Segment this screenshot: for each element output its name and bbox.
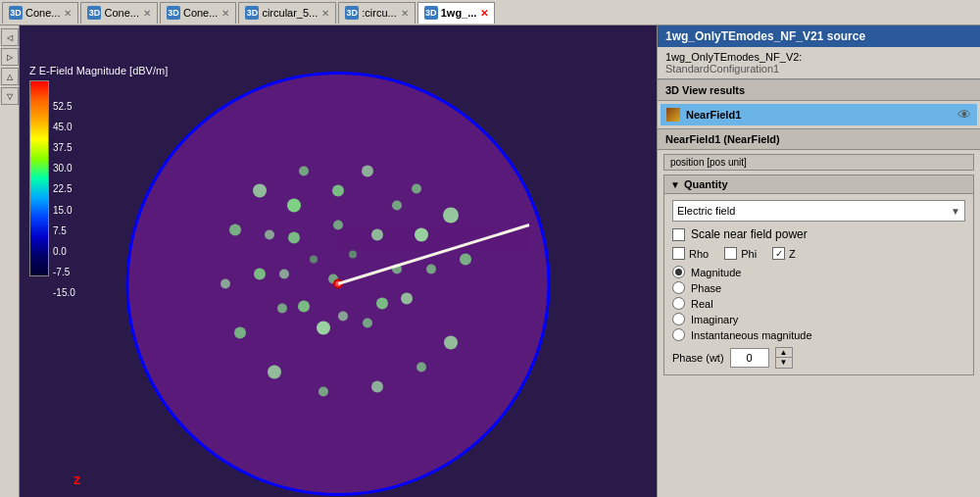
svg-point-26 [268, 365, 281, 378]
instantaneous-radio-label: Instantaneous magnitude [691, 329, 812, 341]
svg-point-25 [318, 386, 328, 396]
tab-close-1[interactable]: ✕ [64, 8, 72, 19]
phase-radio-item: Phase [672, 281, 965, 294]
quantity-header[interactable]: ▼ Quantity [664, 175, 973, 194]
phi-item: Phi [724, 247, 757, 260]
real-radio-item: Real [672, 297, 965, 310]
svg-point-22 [444, 335, 458, 349]
svg-point-20 [443, 207, 459, 223]
tab-close-5[interactable]: ✕ [401, 8, 409, 19]
scale-nearfield-label: Scale near field power [691, 227, 808, 241]
right-panel-title: 1wg_OnlyTEmodes_NF_V21 source [658, 25, 980, 47]
colorbar-label-1: 45.0 [53, 123, 75, 132]
toolbar-btn-1[interactable]: ◁ [1, 28, 19, 46]
phase-radio-label: Phase [691, 282, 721, 294]
phase-radio[interactable] [672, 281, 685, 294]
tab-cone3[interactable]: 3D Cone... ✕ [160, 2, 236, 24]
magnitude-radio-item: Magnitude [672, 266, 965, 278]
component-checkboxes: Rho Phi Z [672, 247, 965, 260]
view-results-header: 3D View results [658, 79, 980, 101]
svg-point-13 [371, 228, 383, 240]
svg-point-24 [371, 380, 383, 392]
phase-wt-row: Phase (wt) ▲ ▼ [672, 347, 965, 369]
config-name: StandardConfiguration1 [665, 63, 972, 75]
toolbar-btn-2[interactable]: ▷ [1, 48, 19, 66]
toolbar-btn-4[interactable]: ▽ [1, 87, 19, 105]
rho-item: Rho [672, 247, 709, 260]
svg-point-34 [310, 255, 318, 263]
visibility-icon[interactable]: 👁 [957, 107, 971, 123]
tab-label-1: Cone... [25, 7, 60, 19]
real-radio[interactable] [672, 297, 685, 310]
colorbar-label-0: 52.5 [53, 102, 75, 112]
colorbar-label-4: 22.5 [53, 184, 75, 194]
scale-nearfield-checkbox[interactable] [672, 228, 685, 241]
svg-point-32 [362, 165, 373, 176]
left-toolbar: ◁ ▷ △ ▽ [0, 25, 20, 497]
phase-wt-spinner: ▲ ▼ [775, 347, 793, 369]
z-axis-label: z [74, 472, 80, 487]
phase-wt-down[interactable]: ▼ [776, 358, 792, 368]
svg-point-28 [220, 278, 230, 288]
magnitude-radio[interactable] [672, 266, 685, 278]
tab-cone2[interactable]: 3D Cone... ✕ [80, 2, 157, 24]
svg-point-9 [254, 268, 266, 279]
tab-circu[interactable]: 3D :circu... ✕ [338, 2, 415, 24]
position-bar: position [pos unit] [663, 154, 974, 171]
z-checkbox[interactable] [772, 247, 785, 260]
tab-close-2[interactable]: ✕ [143, 8, 151, 19]
instantaneous-radio-item: Instantaneous magnitude [672, 328, 965, 341]
phi-checkbox[interactable] [724, 247, 737, 260]
tab-label-3: Cone... [183, 7, 218, 19]
tab-close-6[interactable]: ✕ [480, 8, 488, 19]
dropdown-arrow-icon: ▼ [951, 206, 960, 217]
tab-cone1[interactable]: 3D Cone... ✕ [2, 2, 78, 24]
imaginary-radio[interactable] [672, 313, 685, 325]
nearfield-item[interactable]: NearField1 👁 [661, 104, 977, 125]
tab-circular5[interactable]: 3D circular_5... ✕ [238, 2, 336, 24]
svg-point-27 [234, 326, 246, 338]
quantity-arrow: ▼ [670, 179, 680, 190]
imaginary-radio-label: Imaginary [691, 314, 738, 325]
tab-icon-3: 3D [167, 6, 180, 20]
right-panel: 1wg_OnlyTEmodes_NF_V21 source 1wg_OnlyTE… [657, 25, 980, 497]
svg-point-6 [363, 318, 372, 327]
main-content: ◁ ▷ △ ▽ Z E-Field Magnitude [dBV/m] 52.5… [0, 25, 980, 497]
svg-point-17 [298, 300, 310, 312]
colorbar-label-6: 7.5 [53, 226, 75, 236]
rho-checkbox[interactable] [672, 247, 685, 260]
tab-icon-4: 3D [245, 6, 259, 20]
tab-close-3[interactable]: ✕ [221, 8, 229, 19]
results-list: NearField1 👁 [658, 101, 980, 129]
phase-wt-up[interactable]: ▲ [776, 348, 792, 358]
tab-label-6: 1wg_... [441, 7, 477, 19]
quantity-label: Quantity [684, 178, 728, 190]
svg-point-12 [333, 220, 343, 229]
quantity-body: Electric field ▼ Scale near field power [664, 194, 973, 374]
display-type-radios: Magnitude Phase Real Imaginary [672, 266, 965, 341]
tab-1wg[interactable]: 3D 1wg_... ✕ [417, 2, 496, 24]
toolbar-btn-3[interactable]: △ [1, 68, 19, 85]
instantaneous-radio[interactable] [672, 328, 685, 341]
electric-field-dropdown[interactable]: Electric field ▼ [672, 200, 965, 222]
model-info: 1wg_OnlyTEmodes_NF_V2: StandardConfigura… [658, 47, 980, 79]
svg-point-16 [338, 311, 348, 321]
tab-icon-2: 3D [87, 6, 101, 20]
svg-point-11 [287, 198, 301, 212]
colorbar-gradient [29, 80, 49, 276]
svg-point-10 [265, 229, 274, 239]
electric-field-row: Electric field ▼ [672, 200, 965, 222]
quantity-subsection: ▼ Quantity Electric field ▼ Scale ne [663, 174, 974, 375]
svg-point-30 [253, 183, 267, 197]
tab-close-4[interactable]: ✕ [321, 8, 329, 19]
z-label: Z [789, 248, 796, 260]
svg-point-1 [332, 184, 344, 196]
colorbar-label-2: 37.5 [53, 143, 75, 153]
viewport[interactable]: Z E-Field Magnitude [dBV/m] 52.5 45.0 37… [20, 25, 657, 497]
phi-label: Phi [741, 248, 757, 260]
svg-point-4 [426, 264, 436, 273]
phase-wt-input[interactable] [730, 348, 769, 368]
colorbar-title: Z E-Field Magnitude [dBV/m] [29, 65, 168, 76]
colorbar: Z E-Field Magnitude [dBV/m] 52.5 45.0 37… [29, 65, 168, 276]
svg-point-33 [412, 183, 421, 193]
